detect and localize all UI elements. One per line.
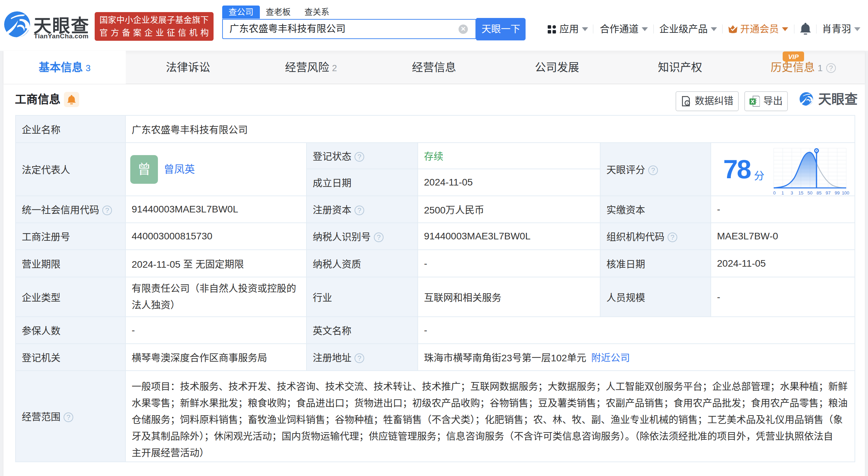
svg-text:VIP: VIP <box>788 53 799 60</box>
svg-text:1: 1 <box>781 190 784 196</box>
svg-text:15: 15 <box>799 190 803 196</box>
svg-text:0: 0 <box>773 190 776 196</box>
svg-text:85: 85 <box>817 190 821 196</box>
svg-text:99: 99 <box>835 190 840 196</box>
svg-text:97: 97 <box>825 190 830 196</box>
svg-text:50: 50 <box>808 190 812 196</box>
svg-text:100: 100 <box>842 190 849 196</box>
svg-text:3: 3 <box>791 190 793 196</box>
